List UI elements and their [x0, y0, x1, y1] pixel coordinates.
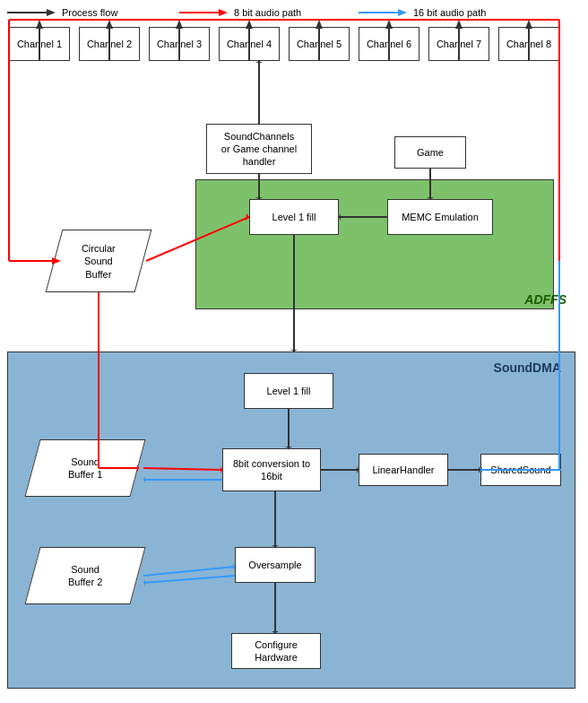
svg-marker-3 [219, 9, 228, 16]
game-box: Game [394, 136, 466, 169]
svg-marker-5 [398, 9, 407, 16]
soundchannels-box: SoundChannels or Game channel handler [206, 124, 312, 174]
channel-1-box: Channel 1 [9, 27, 70, 61]
sound-buffer2-box: Sound Buffer 2 [24, 547, 145, 604]
sounddma-label: SoundDMA [494, 360, 561, 375]
channel-2-box: Channel 2 [79, 27, 140, 61]
channel-3-box: Channel 3 [149, 27, 210, 61]
circular-buffer-box: Circular Sound Buffer [46, 230, 152, 292]
linear-box: LinearHandler [359, 454, 448, 486]
legend-16bit: 16 bit audio path [359, 7, 486, 18]
channel-4-box: Channel 4 [219, 27, 280, 61]
sound-buffer1-box: Sound Buffer 1 [24, 439, 145, 497]
shared-box: SharedSound [480, 454, 561, 486]
legend-process-flow: Process flow [7, 7, 117, 18]
legend-8bit: 8 bit audio path [179, 7, 301, 18]
legend-process-label: Process flow [62, 7, 117, 18]
memc-box: MEMC Emulation [387, 199, 493, 235]
level1fill-blue-box: Level 1 fill [244, 373, 333, 409]
conversion-box: 8bit conversion to 16bit [222, 448, 321, 491]
svg-marker-62 [255, 61, 263, 63]
configure-box: Configure Hardware [231, 633, 321, 669]
oversample-box: Oversample [235, 547, 316, 583]
adffs-label: ADFFS [524, 292, 566, 307]
legend-16bit-label: 16 bit audio path [413, 7, 486, 18]
level1fill-green-box: Level 1 fill [249, 199, 339, 235]
legend-8bit-label: 8 bit audio path [234, 7, 301, 18]
svg-marker-1 [47, 9, 56, 16]
channel-5-box: Channel 5 [289, 27, 350, 61]
channel-7-box: Channel 7 [428, 27, 489, 61]
channel-6-box: Channel 6 [359, 27, 419, 61]
channel-8-box: Channel 8 [498, 27, 559, 61]
diagram: Process flow 8 bit audio path 16 bit aud… [0, 0, 588, 703]
